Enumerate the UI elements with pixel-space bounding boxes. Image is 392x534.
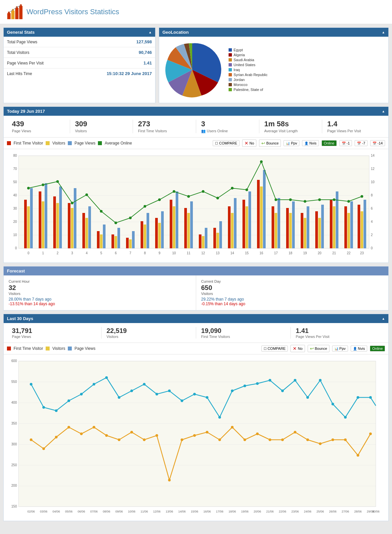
online-button[interactable]: Online bbox=[322, 140, 337, 146]
svg-rect-78 bbox=[242, 200, 245, 248]
svg-point-220 bbox=[306, 438, 309, 441]
forecast-hour-pos-change: 28.00% than 7 days ago bbox=[9, 297, 51, 302]
compare-checkbox-icon: ☐ bbox=[215, 142, 218, 145]
forecast-current-day: Current Day 650 Visitors 29.22% than 7 d… bbox=[196, 275, 388, 310]
ppv-button[interactable]: 📊 Ppv bbox=[283, 140, 299, 146]
minus14-button[interactable]: 📅 -14 bbox=[370, 140, 385, 146]
svg-text:10: 10 bbox=[172, 251, 176, 255]
last30-online-button[interactable]: Online bbox=[370, 346, 385, 351]
svg-rect-44 bbox=[74, 188, 76, 248]
last30-bounce-label: Bounce bbox=[315, 347, 327, 350]
svg-text:02/06: 02/06 bbox=[27, 510, 35, 513]
today-stat-online: 3 👥 Users Online bbox=[196, 120, 259, 133]
forecast-content: Current Hour 32 Visitors 28.00% than 7 d… bbox=[4, 275, 388, 310]
svg-point-212 bbox=[206, 431, 208, 433]
svg-rect-72 bbox=[213, 228, 216, 248]
svg-text:1: 1 bbox=[42, 251, 44, 255]
svg-rect-69 bbox=[199, 234, 201, 248]
general-stats-header: General Stats ▲ bbox=[4, 28, 155, 37]
last30-collapse[interactable]: ▲ bbox=[382, 317, 385, 320]
geolocation-collapse[interactable]: ▲ bbox=[382, 30, 385, 34]
last30-stat-pv: 31,791 Page Views bbox=[7, 327, 102, 339]
svg-point-106 bbox=[42, 184, 44, 186]
last30-visitors-swatch bbox=[46, 347, 50, 350]
ftv-color-swatch bbox=[7, 141, 11, 145]
svg-rect-96 bbox=[330, 200, 332, 248]
stat-value: 127,598 bbox=[73, 37, 155, 47]
svg-point-119 bbox=[231, 187, 234, 189]
no-button[interactable]: ✕ No bbox=[242, 140, 256, 147]
svg-text:350: 350 bbox=[11, 422, 17, 425]
last30-stat-ftv: 19,090 First Time Visitors bbox=[196, 327, 291, 339]
svg-point-222 bbox=[331, 438, 334, 441]
today-panel: Today 29 Jun 2017 ▲ 439 Page Views 309 V… bbox=[3, 106, 389, 263]
svg-rect-67 bbox=[187, 213, 190, 248]
app-header: WordPress Visitors Statistics bbox=[0, 0, 392, 24]
today-title: Today 29 Jun 2017 bbox=[7, 109, 45, 114]
today-online-value: 3 bbox=[201, 120, 254, 128]
svg-text:19: 19 bbox=[303, 251, 307, 255]
svg-text:600: 600 bbox=[11, 359, 17, 363]
forecast-hour-label: Current Hour bbox=[9, 279, 191, 283]
last30-nvis-button[interactable]: 👤 Nvis bbox=[351, 346, 367, 351]
svg-point-193 bbox=[319, 379, 322, 382]
svg-text:400: 400 bbox=[11, 401, 17, 404]
svg-text:16/06: 16/06 bbox=[203, 510, 211, 513]
ppv-label: Ppv bbox=[291, 141, 297, 145]
last30-compare-button[interactable]: ☐ COMPARE bbox=[261, 346, 288, 351]
svg-rect-90 bbox=[301, 213, 303, 248]
today-chart-area: 0 10 20 30 40 50 70 80 0 2 4 6 8 10 12 1… bbox=[4, 149, 388, 263]
svg-point-128 bbox=[361, 195, 363, 198]
svg-rect-74 bbox=[219, 221, 222, 248]
stat-value: 90,746 bbox=[73, 47, 155, 58]
svg-text:550: 550 bbox=[11, 380, 17, 384]
svg-rect-83 bbox=[263, 170, 266, 248]
last30-ppv-button[interactable]: 📊 Ppv bbox=[332, 346, 348, 351]
svg-text:23/06: 23/06 bbox=[291, 510, 299, 513]
svg-text:70: 70 bbox=[13, 167, 17, 171]
last30-no-button[interactable]: ✕ No bbox=[290, 345, 305, 352]
svg-point-180 bbox=[155, 393, 158, 395]
svg-text:14: 14 bbox=[371, 154, 375, 157]
stats-table: Total Page Views 127,598 Total Visitors … bbox=[4, 37, 155, 79]
svg-text:150: 150 bbox=[11, 505, 17, 508]
last30-stat-visitors: 22,519 Visitors bbox=[102, 327, 196, 339]
svg-text:50: 50 bbox=[13, 180, 17, 184]
forecast-hour-neg-change: -13.51% than 14 days ago bbox=[9, 302, 55, 306]
today-collapse[interactable]: ▲ bbox=[382, 109, 385, 113]
svg-point-124 bbox=[304, 200, 306, 203]
table-row: Total Page Views 127,598 bbox=[4, 37, 155, 47]
last30-bounce-icon: ↩ bbox=[310, 346, 314, 351]
compare-button[interactable]: ☐ COMPARE bbox=[213, 140, 240, 146]
bounce-label: Bounce bbox=[266, 141, 279, 145]
syria-label: Syrian Arab Republic bbox=[234, 73, 268, 77]
svg-rect-3 bbox=[19, 6, 22, 19]
svg-point-210 bbox=[181, 438, 183, 441]
today-avl-value: 1m 58s bbox=[264, 120, 317, 128]
bounce-button[interactable]: ↩ Bounce bbox=[259, 140, 281, 147]
last30-panel: Last 30 Days ▲ 31,791 Page Views 22,519 … bbox=[3, 314, 389, 521]
general-stats-collapse[interactable]: ▲ bbox=[149, 30, 152, 34]
avgonline-legend-label: Average Online bbox=[105, 141, 132, 145]
svg-text:14: 14 bbox=[230, 251, 234, 255]
svg-rect-59 bbox=[147, 213, 149, 248]
today-ppv-value: 1.4 bbox=[327, 120, 380, 128]
nvis-button[interactable]: 👤 Nvis bbox=[302, 140, 319, 146]
last30-bounce-button[interactable]: ↩ Bounce bbox=[308, 345, 329, 352]
svg-rect-82 bbox=[260, 186, 263, 248]
last30-stat-ppv: 1.41 Page Views Per Visit bbox=[291, 327, 385, 339]
legend-item-morocco: Morocco bbox=[229, 83, 268, 87]
svg-text:30: 30 bbox=[13, 207, 17, 210]
svg-point-116 bbox=[187, 195, 190, 198]
svg-text:6: 6 bbox=[115, 251, 117, 255]
svg-point-186 bbox=[231, 390, 234, 392]
last30-ppv-icon: 📊 bbox=[334, 347, 338, 350]
forecast-panel: Forecast Current Hour 32 Visitors 28.00%… bbox=[3, 266, 389, 310]
svg-rect-94 bbox=[318, 218, 321, 248]
svg-point-126 bbox=[333, 198, 335, 201]
minus7-button[interactable]: 📅 -7 bbox=[355, 140, 368, 146]
forecast-current-hour: Current Hour 32 Visitors 28.00% than 7 d… bbox=[4, 275, 196, 310]
minus1-button[interactable]: 📅 -1 bbox=[339, 140, 352, 146]
last30-ppv-label: Ppv bbox=[339, 347, 346, 350]
svg-rect-53 bbox=[117, 228, 120, 248]
